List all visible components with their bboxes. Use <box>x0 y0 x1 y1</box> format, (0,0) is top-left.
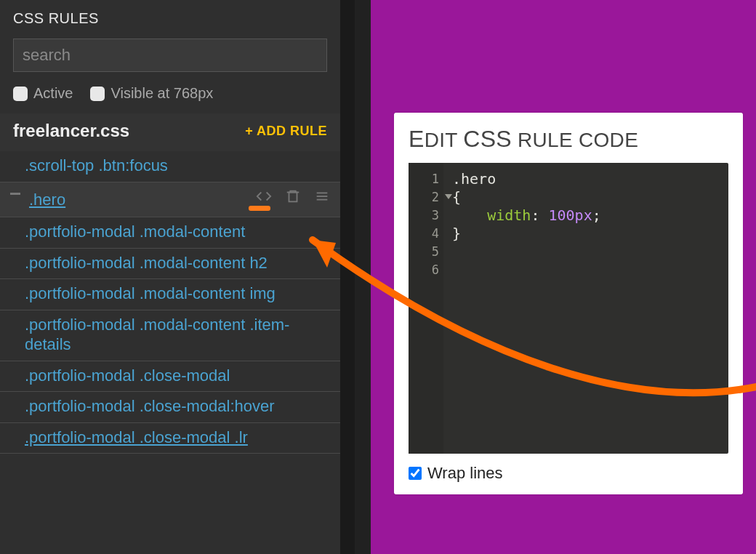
menu-icon[interactable] <box>314 188 330 204</box>
stylesheet-header: freelancer.css + ADD RULE <box>0 113 340 151</box>
filter-active[interactable]: Active <box>13 85 73 102</box>
rule-item[interactable]: .portfolio-modal .close-modal <box>0 361 340 393</box>
rule-item[interactable]: .portfolio-modal .modal-content h2 <box>0 249 340 280</box>
line-gutter: 1 2 3 4 5 6 <box>409 163 443 454</box>
code-icon[interactable] <box>256 188 272 204</box>
collapse-icon[interactable] <box>10 193 20 195</box>
svg-rect-0 <box>289 192 297 201</box>
preview-area: EDIT CSS RULE CODE 1 2 3 4 5 6 .hero { w… <box>371 0 756 554</box>
filter-row: Active Visible at 768px <box>13 85 327 102</box>
wrap-lines-toggle[interactable]: Wrap lines <box>409 464 728 483</box>
rule-item[interactable]: .scroll-top .btn:focus <box>0 151 340 182</box>
rules-list: .scroll-top .btn:focus .hero .portfolio-… <box>0 151 340 554</box>
rule-item[interactable]: .portfolio-modal .modal-content img <box>0 279 340 310</box>
trash-icon[interactable] <box>285 188 301 204</box>
edit-code-indicator[interactable] <box>249 206 270 211</box>
panel-divider <box>340 0 371 554</box>
code-content[interactable]: .hero { width: 100px; } <box>452 170 601 279</box>
rule-item-selected[interactable]: .hero <box>0 182 340 218</box>
rule-item[interactable]: .portfolio-modal .modal-content <box>0 217 340 249</box>
search-input[interactable] <box>13 39 327 72</box>
fold-icon[interactable] <box>445 194 452 199</box>
checkbox-icon[interactable] <box>13 87 28 101</box>
edit-css-card: EDIT CSS RULE CODE 1 2 3 4 5 6 .hero { w… <box>394 113 743 494</box>
code-editor[interactable]: 1 2 3 4 5 6 .hero { width: 100px; } <box>409 163 728 454</box>
filter-visible-label: Visible at 768px <box>110 85 213 102</box>
editor-title: EDIT CSS RULE CODE <box>409 126 728 153</box>
rule-item[interactable]: .portfolio-modal .modal-content .item-de… <box>0 310 340 361</box>
wrap-lines-label: Wrap lines <box>427 464 503 483</box>
filter-visible[interactable]: Visible at 768px <box>90 85 213 102</box>
wrap-lines-checkbox[interactable] <box>409 467 422 480</box>
filter-active-label: Active <box>33 85 73 102</box>
panel-title: CSS RULES <box>13 10 327 27</box>
css-rules-panel: CSS RULES Active Visible at 768px freela… <box>0 0 340 554</box>
rule-item[interactable]: .portfolio-modal .close-modal .lr <box>0 423 340 454</box>
add-rule-button[interactable]: + ADD RULE <box>245 124 327 139</box>
checkbox-icon[interactable] <box>90 87 105 101</box>
stylesheet-name: freelancer.css <box>13 121 129 141</box>
rule-item[interactable]: .portfolio-modal .close-modal:hover <box>0 392 340 423</box>
